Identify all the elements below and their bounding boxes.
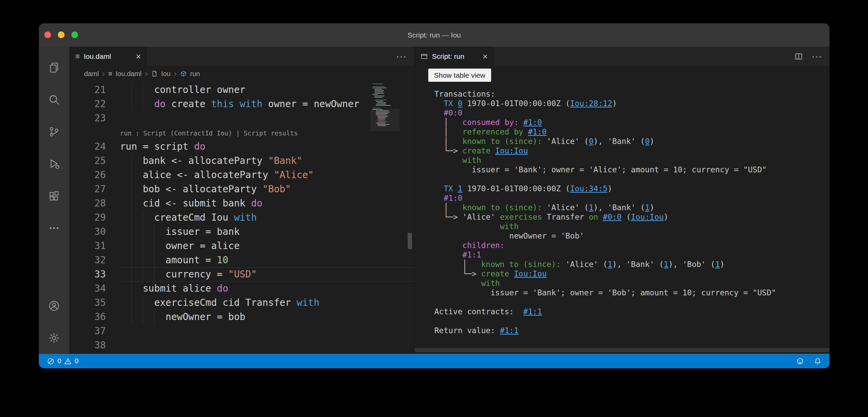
- codelens-signature-link[interactable]: run : Script (ContractId Iou): [120, 129, 232, 137]
- more-actions-icon[interactable]: ···: [812, 52, 822, 61]
- problems-indicator[interactable]: 0 0: [47, 357, 78, 365]
- output-token: issuer = 'Bank'; owner = 'Bob'; amount =…: [434, 288, 776, 297]
- code-text: currency = "USD": [120, 267, 414, 281]
- output-token: ): [720, 260, 725, 269]
- output-token: ), 'Bank' (: [594, 203, 645, 212]
- breadcrumb: daml › ≡ Iou.daml › Iou › run: [69, 66, 414, 81]
- sidebar-item-search[interactable]: [39, 83, 69, 116]
- error-icon: [47, 358, 54, 365]
- horizontal-scrollbar[interactable]: [414, 348, 829, 352]
- source-control-icon: [48, 126, 60, 138]
- code-line: 36 newOwner = bob: [69, 310, 414, 324]
- sidebar-item-source-control[interactable]: [39, 116, 69, 148]
- traffic-lights: [44, 31, 78, 38]
- line-number: 36: [69, 310, 120, 324]
- code-text: [120, 338, 414, 352]
- close-tab-icon[interactable]: ×: [136, 52, 141, 61]
- title-bar[interactable]: Script: run — Iou: [39, 23, 829, 47]
- sidebar-item-extensions[interactable]: [39, 180, 69, 212]
- output-token: [519, 118, 523, 127]
- result-link[interactable]: 1: [458, 184, 462, 193]
- breadcrumb-item-symbol[interactable]: run: [190, 70, 200, 78]
- tab-iou-daml[interactable]: ≡ Iou.daml ×: [69, 47, 147, 66]
- breadcrumb-item-file[interactable]: Iou.daml: [116, 70, 142, 78]
- notifications-bell-icon[interactable]: [814, 358, 821, 365]
- result-link[interactable]: #1:0: [523, 118, 542, 127]
- line-number: 30: [69, 225, 120, 239]
- output-token: [434, 250, 462, 259]
- line-number: 37: [69, 324, 120, 338]
- result-link[interactable]: #1:0: [528, 127, 547, 136]
- symbol-cube-icon: [180, 70, 187, 77]
- more-actions-icon[interactable]: ···: [396, 52, 407, 61]
- result-link[interactable]: 1: [589, 203, 594, 212]
- output-token: [434, 241, 462, 250]
- code-line: 32 amount = 10: [69, 253, 414, 267]
- output-line: issuer = 'Bank'; owner = 'Bob'; amount =…: [434, 288, 829, 297]
- sidebar-item-settings[interactable]: [39, 322, 69, 354]
- code-token: do: [251, 198, 263, 209]
- code-text: createCmd Iou with: [120, 211, 414, 225]
- result-link[interactable]: Iou:Iou: [631, 213, 664, 221]
- result-link[interactable]: 0: [645, 137, 650, 146]
- result-link[interactable]: #1:1: [500, 326, 519, 335]
- minimap-line: [377, 116, 388, 117]
- minimap-line: [376, 101, 383, 102]
- output-token: ), 'Bank' (: [594, 137, 645, 146]
- feedback-icon[interactable]: [796, 358, 804, 365]
- line-number: 33: [69, 267, 120, 281]
- result-link[interactable]: Iou:Iou: [514, 269, 547, 278]
- show-table-view-button[interactable]: Show table view: [428, 69, 491, 82]
- sidebar-item-explorer[interactable]: [39, 51, 69, 83]
- output-token: ), 'Bank' (: [612, 260, 664, 269]
- codelens-results-link[interactable]: Script results: [244, 129, 298, 137]
- indent-guide: [131, 182, 132, 196]
- zoom-window-button[interactable]: [71, 31, 78, 38]
- minimize-window-button[interactable]: [58, 31, 65, 38]
- line-number: [69, 125, 120, 140]
- sidebar-item-more[interactable]: [39, 212, 69, 244]
- result-link[interactable]: 1: [664, 260, 669, 269]
- sidebar-item-account[interactable]: [39, 290, 69, 322]
- result-link[interactable]: Iou:34:5: [570, 184, 608, 193]
- result-link[interactable]: 0: [589, 137, 594, 146]
- code-text: bob <- allocateParty "Bob": [120, 182, 414, 196]
- output-line: #1:1: [434, 250, 829, 260]
- output-token: [598, 213, 603, 221]
- tab-script-run[interactable]: Script: run ×: [414, 47, 494, 66]
- result-link[interactable]: 1: [715, 260, 720, 269]
- indent-guide: [143, 211, 143, 225]
- result-link[interactable]: 0: [458, 99, 462, 108]
- minimap-line: [376, 111, 389, 111]
- code-line: 21 controller owner: [69, 83, 414, 97]
- close-window-button[interactable]: [44, 31, 51, 38]
- error-count: 0: [57, 357, 61, 365]
- minimap[interactable]: [372, 83, 397, 129]
- line-number: 27: [69, 182, 120, 196]
- result-link[interactable]: 1: [607, 260, 612, 269]
- code-token: amount =: [120, 254, 217, 266]
- result-link[interactable]: #0:0: [603, 213, 622, 221]
- output-token: on: [589, 213, 598, 221]
- output-token: 1970-01-01T00:00:00Z (: [462, 99, 570, 108]
- code-editor[interactable]: 21 controller owner22 do create this wit…: [69, 81, 414, 354]
- output-line: [434, 174, 829, 184]
- sidebar-item-run-debug[interactable]: [39, 148, 69, 180]
- result-link[interactable]: Iou:28:12: [570, 99, 612, 108]
- output-token: │: [434, 118, 462, 127]
- breadcrumb-item-folder[interactable]: daml: [84, 70, 99, 78]
- split-editor-icon[interactable]: [795, 52, 803, 60]
- output-line: [434, 297, 829, 307]
- scrollbar-thumb[interactable]: [408, 233, 412, 249]
- output-line: │ known to (since): 'Alice' (1), 'Bank' …: [434, 260, 829, 269]
- output-token: children:: [462, 241, 505, 250]
- close-tab-icon[interactable]: ×: [483, 52, 488, 61]
- code-line: 24run = script do: [69, 140, 414, 154]
- result-link[interactable]: 1: [645, 203, 650, 212]
- result-link[interactable]: #1:1: [523, 307, 542, 316]
- result-link[interactable]: Iou:Iou: [495, 146, 528, 155]
- breadcrumb-item-module[interactable]: Iou: [161, 70, 171, 78]
- output-line: │ known to (since): 'Alice' (0), 'Bank' …: [434, 137, 829, 146]
- minimap-line: [372, 83, 383, 84]
- code-token: run = script: [120, 141, 194, 152]
